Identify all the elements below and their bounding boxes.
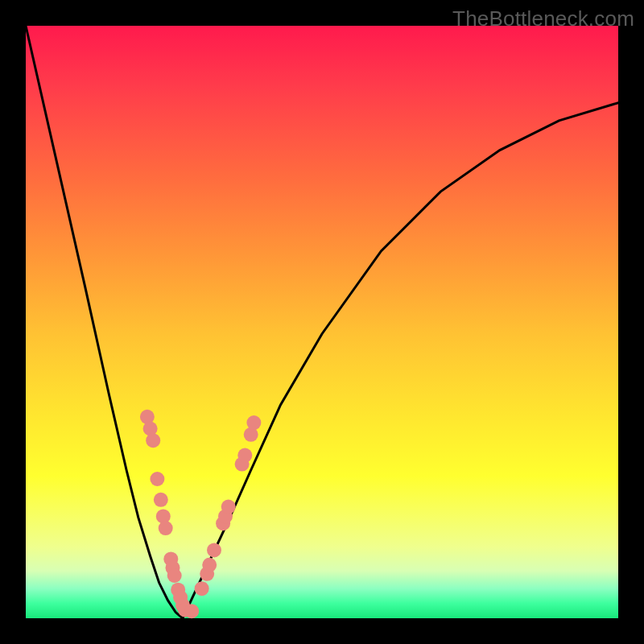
chart-svg [26, 26, 618, 618]
chart-frame: TheBottleneck.com [0, 0, 644, 644]
data-point [207, 543, 221, 557]
curve-layer [26, 26, 618, 618]
plot-area [26, 26, 618, 618]
data-point [146, 433, 160, 448]
marker-layer [140, 410, 262, 618]
data-point [184, 604, 199, 618]
data-point [159, 521, 173, 535]
data-point [150, 472, 164, 486]
data-point [246, 415, 261, 430]
data-point [167, 568, 182, 583]
data-point [154, 493, 168, 507]
data-point [195, 581, 209, 596]
watermark-label: TheBottleneck.com [452, 6, 634, 31]
data-point [237, 448, 252, 463]
data-point [202, 558, 217, 572]
data-point [221, 500, 236, 514]
curve-right-curve [183, 103, 618, 618]
